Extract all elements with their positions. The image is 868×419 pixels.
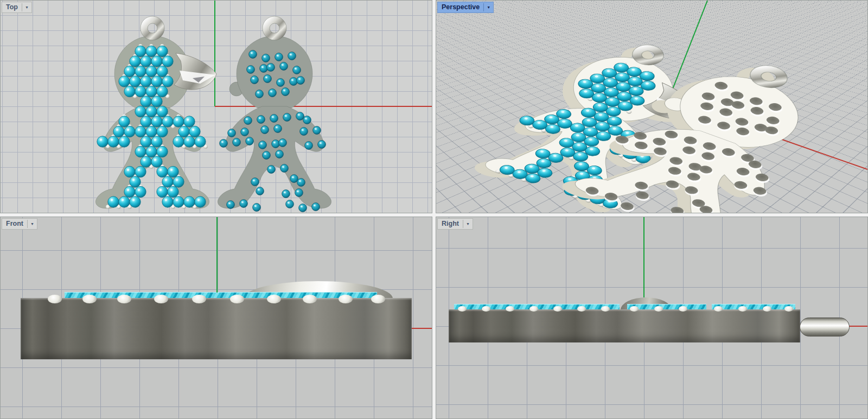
prong-bead <box>529 306 538 312</box>
pendant-gem-top-view <box>95 16 216 209</box>
label-separator <box>22 3 22 11</box>
prong-bead <box>117 295 131 303</box>
label-separator <box>27 220 28 228</box>
viewport-label-perspective[interactable]: Perspective ▼ <box>437 2 494 13</box>
pendant-side-profile <box>449 309 800 342</box>
viewport-label-right[interactable]: Right ▼ <box>437 218 473 230</box>
label-separator <box>463 220 463 228</box>
viewport-front[interactable]: Front ▼ <box>0 217 432 419</box>
viewport-label-text: Top <box>6 2 18 12</box>
prong-bead <box>784 306 793 312</box>
prong-bead <box>506 306 514 312</box>
prong-bead <box>577 306 586 312</box>
prong-bead <box>82 295 97 303</box>
viewport-label-text: Perspective <box>442 2 480 12</box>
pendant-plain-top-view <box>218 16 331 212</box>
prong-bead <box>482 306 490 312</box>
prong-bead <box>654 306 663 312</box>
prong-bead <box>630 306 639 312</box>
viewport-perspective[interactable]: Perspective ▼ <box>436 0 868 213</box>
chevron-down-icon[interactable]: ▼ <box>24 2 31 12</box>
label-separator <box>483 3 484 11</box>
prong-bead <box>601 306 610 312</box>
viewport-right[interactable]: Right ▼ <box>436 217 868 419</box>
prong-bead <box>48 295 62 303</box>
viewport-label-top[interactable]: Top ▼ <box>2 2 32 13</box>
prong-bead <box>154 295 168 303</box>
y-axis-line <box>643 217 644 297</box>
prong-bead <box>192 295 206 303</box>
prong-bead <box>230 295 244 303</box>
prong-bead <box>553 306 562 312</box>
viewport-label-front[interactable]: Front ▼ <box>2 218 37 230</box>
top-view-canvas <box>1 1 432 213</box>
chevron-down-icon[interactable]: ▼ <box>29 219 37 229</box>
viewport-top[interactable]: Top ▼ <box>0 0 432 213</box>
chevron-down-icon[interactable]: ▼ <box>465 219 473 229</box>
prong-bead <box>679 306 687 312</box>
prong-bead <box>714 306 723 312</box>
pendant-side-profile <box>21 298 412 359</box>
prong-bead <box>339 295 353 303</box>
viewport-label-text: Front <box>6 219 23 229</box>
viewport-label-text: Right <box>442 219 459 229</box>
cad-workspace: Top ▼ Perspective ▼ Front ▼ <box>0 0 868 419</box>
prong-bead <box>763 306 771 312</box>
prong-bead <box>458 306 467 312</box>
bail-capsule-profile <box>800 318 850 337</box>
prong-bead <box>267 295 281 303</box>
prong-bead <box>738 306 747 312</box>
prong-bead <box>371 295 385 303</box>
perspective-view-canvas <box>436 1 867 213</box>
y-axis-line <box>216 217 218 293</box>
chevron-down-icon[interactable]: ▼ <box>486 2 493 12</box>
prong-bead <box>303 295 317 303</box>
